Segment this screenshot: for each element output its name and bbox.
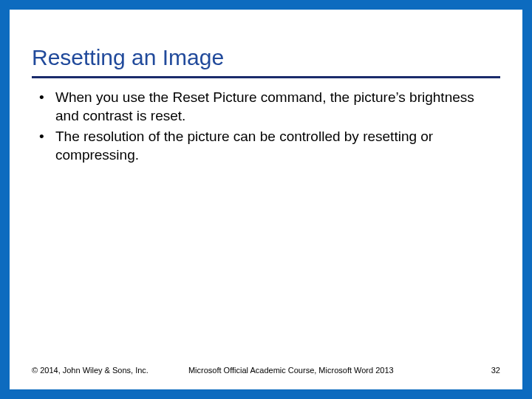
title-divider <box>32 76 500 78</box>
list-item: The resolution of the picture can be con… <box>36 128 500 164</box>
slide-footer: © 2014, John Wiley & Sons, Inc. Microsof… <box>32 366 500 375</box>
footer-page-number: 32 <box>491 366 500 375</box>
footer-course: Microsoft Official Academic Course, Micr… <box>188 366 491 375</box>
list-item: When you use the Reset Picture command, … <box>36 89 500 125</box>
footer-copyright: © 2014, John Wiley & Sons, Inc. <box>32 366 149 375</box>
slide-title: Resetting an Image <box>32 45 500 70</box>
slide: Resetting an Image When you use the Rese… <box>10 10 522 389</box>
bullet-list: When you use the Reset Picture command, … <box>32 89 500 165</box>
